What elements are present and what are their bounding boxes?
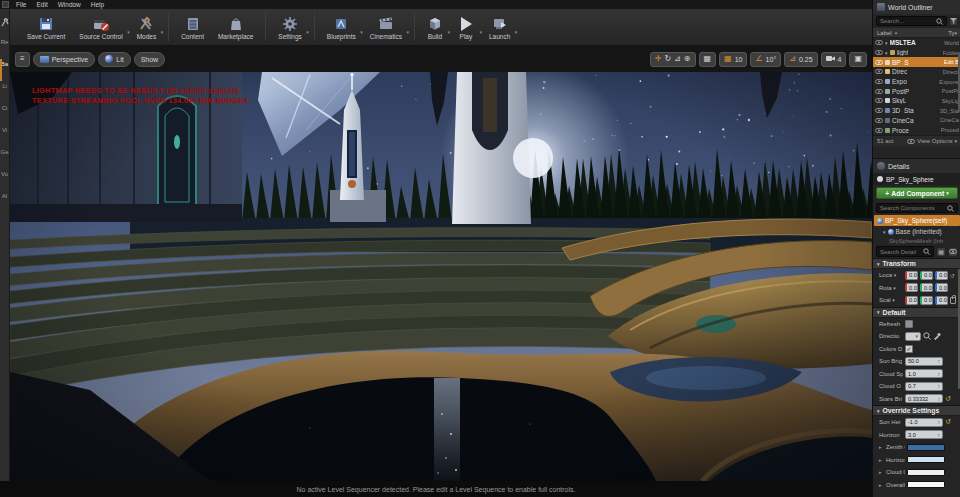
scale-snap-button[interactable]: ⊿ 0.25 bbox=[784, 52, 817, 67]
outliner-row[interactable]: PostPPostPr bbox=[873, 86, 960, 96]
rotation-label[interactable]: Rota ▾ bbox=[879, 285, 903, 291]
scale-y-field[interactable]: 0.0 bbox=[920, 296, 933, 305]
grid-snap-button[interactable]: ▦ 10 bbox=[719, 52, 747, 67]
location-y-field[interactable]: 0.0 bbox=[920, 271, 933, 280]
outliner-row[interactable]: DirecDirecti bbox=[873, 67, 960, 77]
component-root-row[interactable]: BP_Sky_Sphere(self) bbox=[874, 215, 960, 226]
outliner-row[interactable]: CineCaCineCa bbox=[873, 116, 960, 126]
scale-z-field[interactable]: 0.0 bbox=[935, 296, 948, 305]
sun-brightness-field[interactable]: 50.0↕ bbox=[905, 357, 943, 366]
outliner-column-headers[interactable]: Label ▲ Ty▾ bbox=[873, 28, 960, 38]
modes-button[interactable]: Modes ▾ bbox=[130, 10, 164, 44]
content-button[interactable]: Content bbox=[174, 10, 211, 44]
stars-brightness-field[interactable]: 0.33332↕ bbox=[905, 394, 943, 403]
search-details-input[interactable]: Search Detail bbox=[876, 246, 934, 257]
viewport-options-button[interactable]: ≡ bbox=[15, 52, 30, 67]
menu-edit[interactable]: Edit bbox=[36, 1, 47, 8]
reset-to-default-icon[interactable]: ↺ bbox=[945, 418, 951, 426]
expander-icon[interactable]: ▾ bbox=[885, 40, 888, 46]
rotation-x-field[interactable]: 0.0 bbox=[905, 283, 918, 292]
save-current-button[interactable]: Save Current bbox=[20, 10, 72, 44]
cinematics-button[interactable]: Cinematics ▾ bbox=[363, 10, 409, 44]
search-components-input[interactable]: Search Components bbox=[876, 203, 958, 213]
browse-icon[interactable] bbox=[923, 332, 931, 340]
outliner-row[interactable]: ProceProced bbox=[873, 125, 960, 135]
colors-checkbox[interactable]: ✓ bbox=[905, 345, 913, 353]
reset-to-default-icon[interactable]: ↺ bbox=[945, 395, 951, 403]
viewport-scene[interactable] bbox=[10, 72, 872, 481]
expander-icon[interactable]: ▸ bbox=[879, 482, 884, 488]
outliner-filter-button[interactable] bbox=[949, 17, 958, 26]
outliner-row-folder[interactable]: ▾ lightFolder bbox=[873, 48, 960, 58]
override-settings-header[interactable]: ▾ Override Settings bbox=[873, 405, 960, 416]
details-grid-button[interactable]: ▦ bbox=[936, 247, 946, 257]
rail-item-basic[interactable]: Ba bbox=[0, 59, 10, 81]
directional-light-dropdown[interactable]: ▾ bbox=[905, 332, 921, 341]
rotation-z-field[interactable]: 0.0 bbox=[935, 283, 948, 292]
outliner-row[interactable]: 3D_Sta3D_Sta bbox=[873, 106, 960, 116]
expander-icon[interactable]: ▸ bbox=[879, 444, 884, 450]
label-column-header[interactable]: Label bbox=[877, 30, 892, 36]
play-button[interactable]: Play ▾ bbox=[450, 10, 482, 44]
component-base-row[interactable]: ▾ Base (Inherited) bbox=[873, 226, 960, 237]
location-x-field[interactable]: 0.0 bbox=[905, 271, 918, 280]
rail-item-all-classes[interactable]: Al bbox=[0, 191, 10, 213]
menu-help[interactable]: Help bbox=[91, 1, 104, 8]
scale-x-field[interactable]: 0.0 bbox=[905, 296, 918, 305]
details-tab[interactable]: Details bbox=[873, 159, 960, 173]
rotation-y-field[interactable]: 0.0 bbox=[920, 283, 933, 292]
rotation-snap-button[interactable]: ∠ 10° bbox=[750, 52, 781, 67]
location-z-field[interactable]: 0.0 bbox=[935, 271, 948, 280]
rail-item-cinematic[interactable]: Ci bbox=[0, 103, 10, 125]
cloud-opacity-field[interactable]: 0.7↕ bbox=[905, 382, 943, 391]
surface-snap-button[interactable]: ▦ bbox=[699, 52, 717, 67]
menu-window[interactable]: Window bbox=[58, 1, 81, 8]
reset-icon[interactable]: ↺ bbox=[950, 272, 955, 279]
scale-label[interactable]: Scal ▾ bbox=[879, 297, 903, 303]
overall-color-swatch[interactable] bbox=[907, 481, 945, 488]
rail-item-lights[interactable]: Li bbox=[0, 81, 10, 103]
zenith-color-swatch[interactable] bbox=[907, 444, 945, 451]
view-options-button[interactable]: View Options ▾ bbox=[907, 138, 957, 144]
eyedropper-icon[interactable] bbox=[933, 332, 941, 340]
marketplace-button[interactable]: Marketplace bbox=[211, 10, 260, 44]
component-mesh-row[interactable]: SkySphereMesh (Inh bbox=[873, 237, 960, 245]
type-column-header[interactable]: Ty▾ bbox=[948, 30, 957, 36]
launch-button[interactable]: Launch ▾ bbox=[482, 10, 517, 44]
world-outliner-tab[interactable]: World Outliner bbox=[873, 0, 960, 14]
outliner-row-selected[interactable]: BP_SEdit B bbox=[873, 57, 960, 67]
outliner-row-world[interactable]: ▾ MSLTEAWorld bbox=[873, 38, 960, 48]
rail-item-volumes[interactable]: Vo bbox=[0, 169, 10, 191]
menu-file[interactable]: File bbox=[16, 1, 26, 8]
transform-section-header[interactable]: ▾ Transform bbox=[873, 258, 960, 269]
sun-height-field[interactable]: -1.0↕ bbox=[905, 418, 943, 427]
outliner-row[interactable]: SkyLSkyLig bbox=[873, 96, 960, 106]
source-control-button[interactable]: Source Control ▾ bbox=[72, 10, 129, 44]
maximize-viewport-button[interactable]: ▣ bbox=[849, 52, 867, 67]
outliner-search-input[interactable]: Search... bbox=[876, 16, 947, 26]
rail-item-visual-effects[interactable]: Vi bbox=[0, 125, 10, 147]
default-section-header[interactable]: ▾ Default bbox=[873, 307, 960, 318]
refresh-checkbox[interactable] bbox=[905, 320, 913, 328]
add-component-button[interactable]: + Add Component ▾ bbox=[876, 187, 958, 199]
rail-item-geometry[interactable]: Ge bbox=[0, 147, 10, 169]
transform-tools-group[interactable]: ✛ ↻ ⊿ ⊕ bbox=[650, 52, 696, 67]
cloud-speed-field[interactable]: 1.0↕ bbox=[905, 369, 943, 378]
rail-item-recently-placed[interactable]: Re bbox=[0, 37, 10, 59]
location-label[interactable]: Loca ▾ bbox=[879, 272, 903, 278]
expander-icon[interactable]: ▸ bbox=[879, 469, 884, 475]
expander-icon[interactable]: ▾ bbox=[883, 229, 886, 235]
camera-speed-button[interactable]: 4 bbox=[821, 52, 847, 67]
blueprints-button[interactable]: Blueprints ▾ bbox=[320, 10, 363, 44]
cloud-color-swatch[interactable] bbox=[907, 469, 945, 476]
lock-icon[interactable] bbox=[950, 297, 956, 304]
outliner-row[interactable]: ExpoExpone bbox=[873, 77, 960, 87]
details-view-button[interactable] bbox=[948, 247, 958, 257]
perspective-button[interactable]: Perspective bbox=[33, 52, 96, 67]
horizon-falloff-field[interactable]: 3.0↕ bbox=[905, 430, 943, 439]
build-button[interactable]: Build ▾ bbox=[420, 10, 450, 44]
settings-button[interactable]: Settings ▾ bbox=[271, 10, 309, 44]
expander-icon[interactable]: ▸ bbox=[879, 457, 884, 463]
expander-icon[interactable]: ▾ bbox=[885, 50, 888, 56]
lit-mode-button[interactable]: Lit bbox=[98, 52, 130, 67]
